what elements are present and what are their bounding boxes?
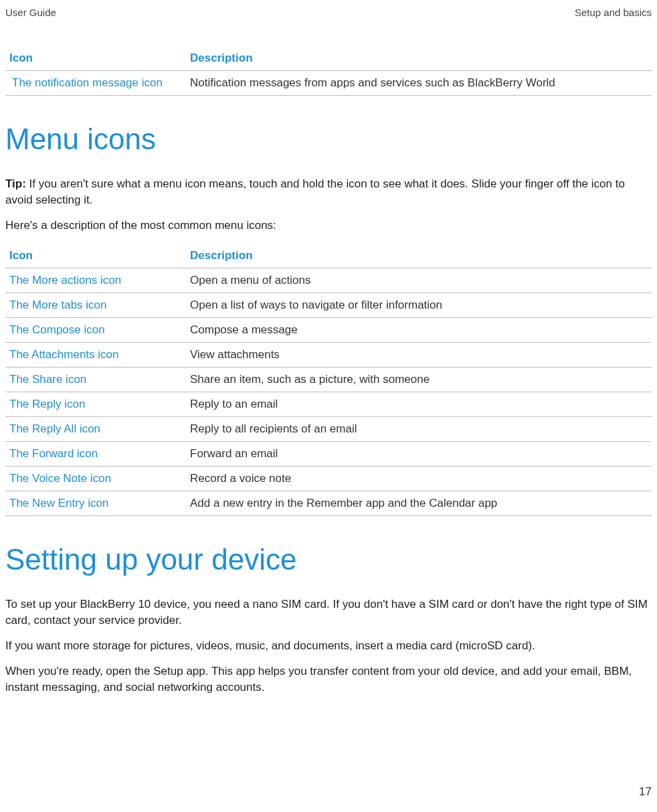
table-row: The Share iconShare an item, such as a p… [5,368,652,392]
tip-text: If you aren't sure what a menu icon mean… [5,177,625,206]
table2-intro: Here's a description of the most common … [5,218,652,234]
heading-menu-icons: Menu icons [5,123,652,156]
icon-cell: The Attachments icon [5,343,186,368]
description-cell: Forward an email [186,442,652,467]
setup-paragraph-1: To set up your BlackBerry 10 device, you… [5,596,652,629]
table2-header-description: Description [186,242,652,268]
description-cell: Add a new entry in the Remember app and … [186,491,652,516]
table1-header-description: Description [186,45,652,71]
description-cell: Compose a message [186,318,652,343]
page-number: 17 [639,785,652,799]
icon-cell: The Voice Note icon [5,467,186,491]
description-cell: Reply to an email [186,392,652,417]
icon-cell: The More tabs icon [5,293,186,318]
table-row: The Forward iconForward an email [5,442,652,467]
icon-cell: The More actions icon [5,268,186,293]
setup-paragraph-3: When you're ready, open the Setup app. T… [5,663,652,696]
icon-cell: The Share icon [5,368,186,392]
table1-header-icon: Icon [5,45,186,71]
table-row: The notification message icon Notificati… [5,71,652,96]
setup-paragraph-2: If you want more storage for pictures, v… [5,638,652,654]
table-row: The New Entry iconAdd a new entry in the… [5,491,652,516]
table-row: The Attachments iconView attachments [5,343,652,368]
description-cell: Notification messages from apps and serv… [186,71,652,96]
table-row: The Reply All iconReply to all recipient… [5,417,652,442]
heading-setting-up: Setting up your device [5,543,652,576]
table2-header-icon: Icon [5,242,186,268]
description-cell: Open a menu of actions [186,268,652,293]
header-left: User Guide [5,7,56,18]
header-right: Setup and basics [575,7,652,18]
icon-cell: The New Entry icon [5,491,186,516]
table-row: The Compose iconCompose a message [5,318,652,343]
icon-cell: The Reply All icon [5,417,186,442]
description-cell: Share an item, such as a picture, with s… [186,368,652,392]
table-row: The Voice Note iconRecord a voice note [5,467,652,491]
table-row: The More actions iconOpen a menu of acti… [5,268,652,293]
description-cell: Record a voice note [186,467,652,491]
tip-label: Tip: [5,177,29,190]
icon-cell: The notification message icon [5,71,186,96]
menu-icons-table: Icon Description The More actions iconOp… [5,242,652,516]
notification-icon-table: Icon Description The notification messag… [5,45,652,96]
page-header: User Guide Setup and basics [0,0,657,18]
icon-cell: The Forward icon [5,442,186,467]
icon-cell: The Reply icon [5,392,186,417]
description-cell: Reply to all recipients of an email [186,417,652,442]
table-row: The Reply iconReply to an email [5,392,652,417]
tip-paragraph: Tip: If you aren't sure what a menu icon… [5,176,652,208]
description-cell: View attachments [186,343,652,368]
icon-cell: The Compose icon [5,318,186,343]
table-row: The More tabs iconOpen a list of ways to… [5,293,652,318]
description-cell: Open a list of ways to navigate or filte… [186,293,652,318]
page-content: Icon Description The notification messag… [0,18,657,695]
